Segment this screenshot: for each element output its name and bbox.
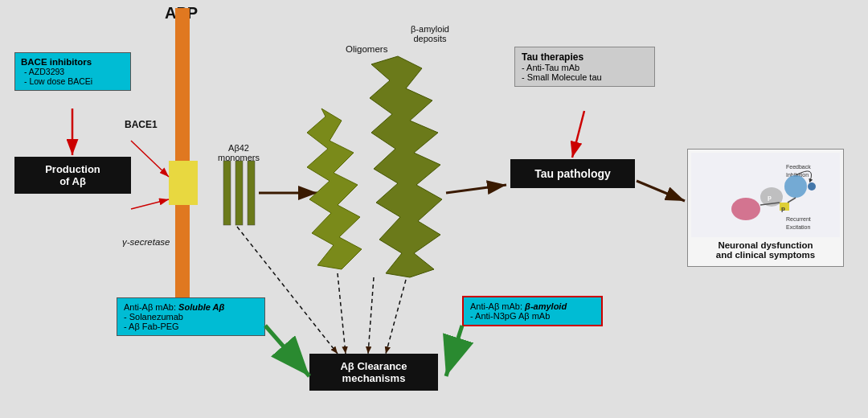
svg-point-5 (784, 175, 807, 198)
production-box: Production of Aβ (14, 157, 131, 194)
neuronal-box: Feedback Inhibition Recurrent Excitation (687, 149, 844, 267)
app-bar (175, 8, 190, 305)
svg-point-6 (808, 182, 816, 191)
svg-line-29 (572, 111, 584, 158)
svg-line-34 (386, 280, 406, 354)
yellow-cleavage-site (169, 161, 198, 205)
oligomers-label: Oligomers (346, 44, 387, 54)
neuronal-diagram: Feedback Inhibition Recurrent Excitation (691, 153, 840, 237)
clearance-line1: Aβ Clearance (314, 360, 433, 372)
tau-pathology-label: Tau pathology (517, 167, 628, 180)
svg-line-33 (338, 273, 346, 354)
svg-text:Recurrent: Recurrent (786, 216, 811, 222)
gamma-secretase-label: γ-secretase (122, 237, 170, 247)
anti-bamyloid-item-1: - Anti-N3pG Aβ mAb (470, 311, 595, 321)
svg-rect-23 (235, 161, 243, 225)
anti-soluble-item-1: - Solanezumab (124, 312, 258, 322)
production-line2: of Aβ (20, 175, 125, 187)
svg-marker-27 (370, 56, 442, 277)
svg-line-21 (131, 199, 169, 209)
tau-therapy-2: - Small Molecule tau (522, 72, 648, 82)
tau-therapies-title: Tau therapies (522, 51, 648, 63)
svg-text:p: p (768, 194, 772, 201)
svg-text:Feedback: Feedback (786, 164, 811, 170)
tau-therapies-box: Tau therapies - Anti-Tau mAb - Small Mol… (514, 47, 655, 87)
bace1-label: BACE1 (125, 119, 158, 130)
clearance-line2: mechanisms (314, 372, 433, 384)
anti-soluble-box: Anti-Aβ mAb: Soluble Aβ - Solanezumab - … (117, 297, 265, 336)
svg-text:p: p (781, 205, 785, 212)
svg-rect-22 (223, 161, 231, 225)
svg-rect-24 (248, 161, 255, 225)
anti-soluble-title: Anti-Aβ mAb: Soluble Aβ (124, 302, 258, 312)
neuronal-svg: Feedback Inhibition Recurrent Excitation (691, 153, 840, 237)
bace-inhibitors-box: BACE inhibitors - AZD3293 - Low dose BAC… (14, 52, 131, 91)
bace-inhibitor-1: - AZD3293 (24, 67, 125, 76)
svg-line-35 (368, 277, 374, 354)
production-line1: Production (20, 163, 125, 175)
clearance-box: Aβ Clearance mechanisms (309, 354, 438, 391)
anti-soluble-item-2: - Aβ Fab-PEG (124, 322, 258, 331)
svg-line-20 (131, 141, 169, 177)
svg-line-31 (265, 326, 309, 376)
svg-marker-26 (307, 109, 362, 269)
svg-line-28 (446, 185, 506, 193)
monomers-label: Aβ42 monomers (211, 143, 267, 162)
svg-line-30 (637, 181, 685, 201)
tau-pathology-box: Tau pathology (510, 159, 635, 188)
svg-line-32 (446, 326, 462, 376)
bamyloid-deposits-label: β-amyloid deposits (394, 24, 466, 43)
anti-bamyloid-title: Anti-Aβ mAb: β-amyloid (470, 301, 595, 311)
diagram-container: BACE inhibitors - AZD3293 - Low dose BAC… (0, 0, 868, 418)
bace-inhibitor-2: - Low dose BACEi (24, 76, 125, 86)
tau-therapy-1: - Anti-Tau mAb (522, 63, 648, 72)
neuronal-label: Neuronal dysfunction and clinical sympto… (691, 237, 840, 263)
svg-point-7 (731, 198, 760, 220)
bace-inhibitors-title: BACE inhibitors (21, 57, 125, 67)
svg-text:Excitation: Excitation (786, 224, 810, 230)
anti-bamyloid-box: Anti-Aβ mAb: β-amyloid - Anti-N3pG Aβ mA… (462, 296, 603, 326)
